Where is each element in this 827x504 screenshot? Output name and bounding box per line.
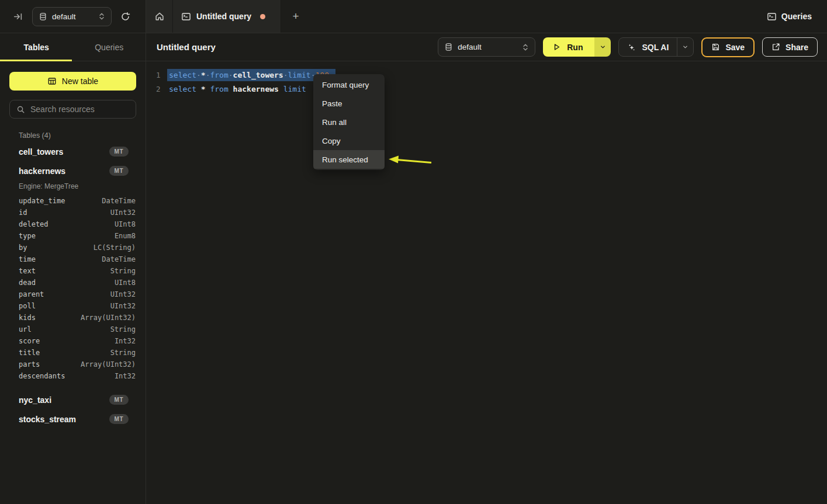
- token-kw: select: [169, 85, 201, 93]
- column-row: titleString: [9, 347, 136, 359]
- share-button[interactable]: Share: [762, 37, 818, 57]
- column-name: descendants: [19, 372, 65, 380]
- queries-terminal-icon: [767, 12, 777, 22]
- tab-untitled-query[interactable]: Untitled query: [173, 0, 281, 33]
- engine-badge: MT: [109, 395, 129, 405]
- queries-button-label: Queries: [781, 12, 812, 21]
- column-row: descendantsInt32: [9, 370, 136, 382]
- sql-ai-caret[interactable]: [677, 38, 693, 56]
- new-tab-button[interactable]: +: [281, 0, 310, 33]
- column-name: by: [19, 244, 27, 252]
- sidebar-tab-queries[interactable]: Queries: [73, 33, 146, 61]
- run-button[interactable]: Run: [543, 37, 594, 57]
- column-row: deadUInt8: [9, 277, 136, 289]
- line-number: 2: [146, 85, 169, 93]
- token-op: *: [201, 85, 210, 93]
- sql-ai-button-label: SQL AI: [642, 43, 669, 52]
- code-line-1[interactable]: 1select·*·from·cell_towers·limit·100·: [146, 68, 827, 82]
- engine-label: Engine: MergeTree: [9, 180, 136, 195]
- engine-badge: MT: [109, 166, 129, 176]
- column-type: Array(UInt32): [81, 314, 136, 322]
- token-ws: ·: [196, 71, 201, 79]
- table-row-stocks_stream[interactable]: stocks_streamMT: [9, 409, 136, 429]
- search-box[interactable]: [9, 100, 136, 119]
- column-type: Array(UInt32): [81, 360, 136, 369]
- column-row: deletedUInt8: [9, 218, 136, 230]
- annotation-arrow: [146, 61, 827, 504]
- column-name: parent: [19, 290, 44, 298]
- sidebar: Tables Queries New table: [0, 33, 146, 504]
- column-name: deleted: [19, 220, 49, 228]
- search-input[interactable]: [30, 105, 129, 114]
- table-row-nyc_taxi[interactable]: nyc_taxiMT: [9, 390, 136, 409]
- column-row: kidsArray(UInt32): [9, 312, 136, 324]
- menu-item-copy[interactable]: Copy: [313, 131, 385, 150]
- home-button[interactable]: [146, 0, 173, 33]
- column-row: byLC(String): [9, 242, 136, 253]
- column-type: DateTime: [102, 197, 136, 205]
- column-type: UInt32: [110, 208, 136, 217]
- sidebar-tab-tables[interactable]: Tables: [0, 33, 73, 61]
- database-selector[interactable]: default: [32, 7, 112, 26]
- play-icon: [552, 43, 561, 51]
- sql-ai-button[interactable]: SQL AI: [619, 38, 677, 56]
- menu-item-format-query[interactable]: Format query: [313, 75, 385, 94]
- column-name: type: [19, 232, 36, 240]
- sidebar-tabs: Tables Queries: [0, 33, 146, 61]
- chevron-down-icon: [600, 44, 606, 50]
- queries-button[interactable]: Queries: [767, 12, 812, 22]
- column-type: String: [110, 349, 136, 357]
- column-type: UInt8: [115, 279, 136, 287]
- menu-item-paste[interactable]: Paste: [313, 94, 385, 113]
- topbar-spacer: [310, 0, 767, 33]
- new-table-button[interactable]: New table: [9, 72, 136, 91]
- save-button[interactable]: Save: [701, 37, 755, 57]
- terminal-icon: [181, 12, 191, 22]
- refresh-button[interactable]: [120, 12, 130, 22]
- collapse-sidebar-button[interactable]: [13, 12, 23, 22]
- column-type: Int32: [115, 337, 136, 345]
- database-selector-value: default: [52, 12, 76, 21]
- column-row: idUInt32: [9, 207, 136, 218]
- collapse-sidebar-icon: [13, 12, 23, 22]
- sidebar-content: New table Tables (4) cell_towersMThacker…: [0, 61, 146, 429]
- token-op: *: [201, 71, 206, 79]
- code-text: select·*·from·cell_towers·limit·100·: [169, 71, 334, 79]
- save-icon: [711, 43, 720, 51]
- tab-label: Untitled query: [196, 12, 251, 21]
- column-row: partsArray(UInt32): [9, 359, 136, 370]
- share-icon: [771, 43, 780, 51]
- toolbar: default Run: [438, 37, 818, 57]
- top-bar-left: default: [0, 0, 146, 33]
- engine-badge: MT: [109, 414, 129, 424]
- column-name: kids: [19, 314, 36, 322]
- token-kw: select: [169, 71, 196, 79]
- column-type: String: [110, 325, 136, 333]
- main-panel: Untitled query default: [146, 33, 827, 504]
- menu-item-run-all[interactable]: Run all: [313, 113, 385, 131]
- tables-list: cell_towersMThackernewsMTEngine: MergeTr…: [9, 142, 136, 429]
- main-header: Untitled query default: [146, 33, 827, 61]
- sql-ai-split-button: SQL AI: [618, 37, 694, 57]
- sql-editor[interactable]: 1select·*·from·cell_towers·limit·100·2se…: [146, 61, 827, 504]
- token-ws: ·: [229, 71, 233, 79]
- search-icon: [16, 105, 25, 114]
- table-name: hackernews: [19, 166, 65, 176]
- run-options-caret[interactable]: [594, 37, 611, 57]
- app-body: Tables Queries New table: [0, 33, 827, 504]
- code-line-2[interactable]: 2select * from hackernews limit: [146, 82, 827, 96]
- run-split-button: Run: [543, 37, 611, 57]
- column-row: parentUInt32: [9, 289, 136, 300]
- column-name: title: [19, 349, 40, 357]
- column-row: typeEnum8: [9, 230, 136, 242]
- column-type: Enum8: [115, 232, 136, 240]
- table-row-hackernews[interactable]: hackernewsMT: [9, 161, 136, 180]
- table-row-cell_towers[interactable]: cell_towersMT: [9, 142, 136, 161]
- chevron-updown-icon: [522, 43, 529, 51]
- column-row: pollUInt32: [9, 300, 136, 312]
- token-kw: from: [210, 85, 233, 93]
- toolbar-database-selector[interactable]: default: [438, 37, 535, 57]
- menu-item-run-selected[interactable]: Run selected: [313, 150, 385, 169]
- table-name: stocks_stream: [19, 415, 76, 424]
- tables-section-header: Tables (4): [9, 131, 136, 140]
